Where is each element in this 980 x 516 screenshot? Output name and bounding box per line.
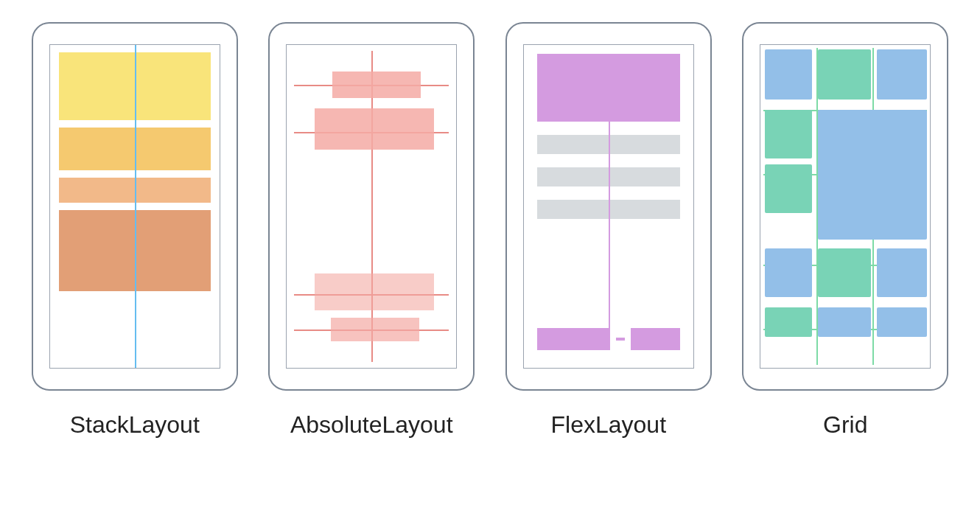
grid-layout-label: Grid: [823, 411, 867, 439]
absolute-item: [315, 273, 434, 310]
absolute-layout-label: AbsoluteLayout: [290, 411, 453, 439]
flex-footer-block: [631, 328, 679, 350]
grid-cell-large: [818, 110, 927, 240]
absolute-layout-screen: [286, 44, 457, 369]
flex-footer-block: [537, 328, 611, 350]
absolute-item: [332, 72, 421, 98]
stack-layout-label: StackLayout: [70, 411, 200, 439]
absolute-layout-col: AbsoluteLayout: [267, 22, 477, 439]
grid-cell: [877, 49, 927, 100]
grid-cell: [877, 307, 927, 337]
grid-cell: [765, 110, 812, 158]
grid-cell: [765, 49, 812, 100]
flex-layout-label: FlexLayout: [550, 411, 666, 439]
grid-cell: [765, 164, 812, 213]
absolute-item: [315, 108, 434, 150]
stack-layout-screen: [49, 44, 220, 369]
flex-footer: [537, 328, 680, 350]
grid-cell: [818, 49, 871, 100]
flex-layout-screen: [523, 44, 694, 369]
grid-cell: [765, 248, 812, 297]
grid-cell: [818, 248, 871, 297]
stack-center-axis: [135, 45, 136, 368]
device-frame: [742, 22, 948, 391]
grid-layout-col: Grid: [741, 22, 951, 439]
device-frame: [268, 22, 475, 391]
grid-cell: [765, 307, 812, 337]
grid-layout-screen: [760, 44, 931, 369]
flex-footer-connector: [616, 338, 625, 341]
grid-cell: [877, 248, 927, 297]
stack-layout-col: StackLayout: [29, 22, 240, 439]
absolute-item: [331, 318, 419, 341]
device-frame: [32, 22, 238, 391]
flex-header-block: [537, 54, 680, 122]
flex-center-axis: [609, 119, 610, 338]
device-frame: [505, 22, 712, 391]
layouts-row: StackLayout AbsoluteLayout: [0, 0, 980, 439]
grid-cell: [818, 307, 871, 337]
flex-layout-col: FlexLayout: [503, 22, 714, 439]
